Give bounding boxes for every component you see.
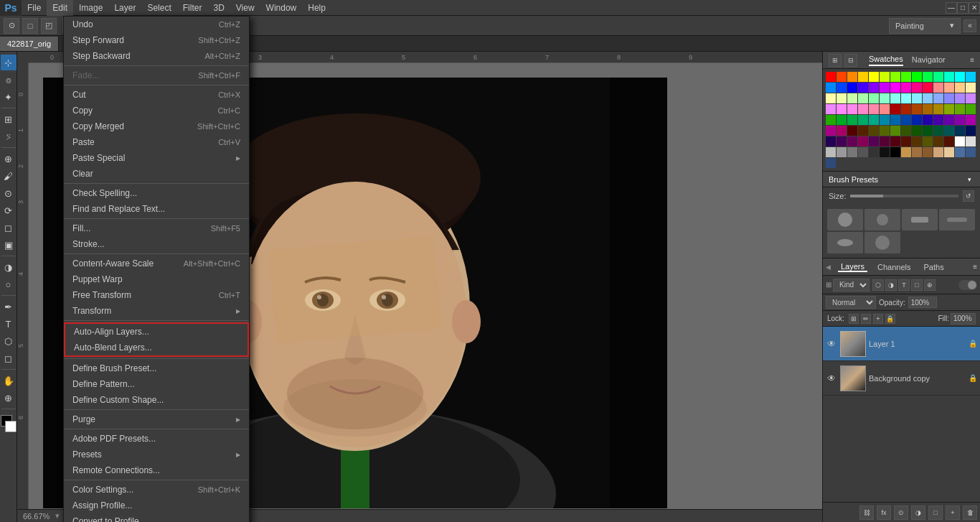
- swatch-color[interactable]: [966, 93, 976, 103]
- filter-shape-btn[interactable]: □: [911, 279, 923, 291]
- swatch-color[interactable]: [955, 93, 965, 103]
- swatch-color[interactable]: [869, 93, 879, 103]
- swatch-color[interactable]: [923, 126, 933, 136]
- swatch-color[interactable]: [966, 147, 976, 157]
- menu-transform[interactable]: Transform ▶: [64, 303, 249, 319]
- swatch-color[interactable]: [955, 104, 965, 114]
- swatch-color[interactable]: [944, 126, 954, 136]
- swatch-color[interactable]: [858, 147, 868, 157]
- swatch-color[interactable]: [944, 83, 954, 93]
- swatch-color[interactable]: [837, 72, 847, 82]
- swatch-color[interactable]: [880, 147, 890, 157]
- swatch-color[interactable]: [923, 136, 933, 146]
- swatch-color[interactable]: [847, 126, 857, 136]
- swatch-color[interactable]: [847, 104, 857, 114]
- swatch-color[interactable]: [826, 126, 836, 136]
- swatch-color[interactable]: [890, 72, 900, 82]
- menu-auto-blend[interactable]: Auto-Blend Layers...: [65, 340, 248, 355]
- background-color[interactable]: [5, 421, 17, 432]
- swatch-color[interactable]: [890, 136, 900, 146]
- lock-position-btn[interactable]: +: [873, 314, 883, 324]
- swatch-color[interactable]: [847, 115, 857, 125]
- swatch-color[interactable]: [826, 72, 836, 82]
- swatch-color[interactable]: [826, 147, 836, 157]
- tool-options-1[interactable]: ⊙: [4, 18, 19, 34]
- tool-shape[interactable]: ◻: [1, 350, 17, 366]
- swatch-color[interactable]: [858, 126, 868, 136]
- swatch-color[interactable]: [966, 126, 976, 136]
- swatch-color[interactable]: [880, 83, 890, 93]
- swatch-color[interactable]: [826, 158, 836, 168]
- swatch-color[interactable]: [933, 115, 943, 125]
- menu-remote-connections[interactable]: Remote Connections...: [64, 462, 249, 478]
- tool-clone[interactable]: ⊙: [1, 185, 17, 201]
- tool-lasso[interactable]: ⌾: [1, 72, 17, 88]
- tool-eyedropper[interactable]: ⍩: [1, 129, 17, 144]
- swatch-color[interactable]: [890, 126, 900, 136]
- menu-presets[interactable]: Presets ▶: [64, 447, 249, 462]
- swatch-color[interactable]: [858, 115, 868, 125]
- layer-item-2[interactable]: 👁 Background copy 🔒: [823, 361, 980, 396]
- menu-pdf-presets[interactable]: Adobe PDF Presets...: [64, 431, 249, 447]
- menu-convert-profile[interactable]: Convert to Profile...: [64, 513, 249, 522]
- swatch-color[interactable]: [847, 147, 857, 157]
- tool-text[interactable]: T: [1, 316, 17, 332]
- swatch-color[interactable]: [847, 93, 857, 103]
- swatch-color[interactable]: [966, 83, 976, 93]
- swatch-color[interactable]: [890, 147, 900, 157]
- menu-layer[interactable]: Layer: [108, 0, 141, 16]
- swatch-color[interactable]: [933, 136, 943, 146]
- swatch-color[interactable]: [901, 104, 911, 114]
- tool-zoom[interactable]: ⊕: [1, 390, 17, 406]
- swatch-color[interactable]: [890, 115, 900, 125]
- swatch-color[interactable]: [923, 72, 933, 82]
- layer-group-btn[interactable]: □: [928, 505, 943, 520]
- swatch-color[interactable]: [955, 147, 965, 157]
- menu-window[interactable]: Window: [260, 0, 303, 16]
- paths-tab[interactable]: Paths: [921, 263, 947, 271]
- swatch-color[interactable]: [880, 136, 890, 146]
- swatches-menu-btn[interactable]: ≡: [970, 56, 974, 64]
- swatch-color[interactable]: [901, 136, 911, 146]
- layer-adjustment-btn[interactable]: ◑: [911, 505, 925, 520]
- tool-magic-wand[interactable]: ✦: [1, 89, 17, 105]
- menu-free-transform[interactable]: Free Transform Ctrl+T: [64, 287, 249, 303]
- swatch-color[interactable]: [837, 147, 847, 157]
- swatch-color[interactable]: [923, 147, 933, 157]
- layer-visibility-1[interactable]: 👁: [826, 338, 837, 350]
- swatch-color[interactable]: [955, 136, 965, 146]
- brush-preset-5[interactable]: [827, 232, 863, 253]
- swatch-color[interactable]: [901, 72, 911, 82]
- swatch-color[interactable]: [901, 83, 911, 93]
- layers-menu-btn[interactable]: ≡: [973, 263, 977, 271]
- swatch-color[interactable]: [826, 93, 836, 103]
- swatch-color[interactable]: [955, 126, 965, 136]
- menu-paste[interactable]: Paste Ctrl+V: [64, 134, 249, 150]
- swatch-color[interactable]: [912, 147, 922, 157]
- menu-puppet-warp[interactable]: Puppet Warp: [64, 271, 249, 287]
- swatch-color[interactable]: [847, 83, 857, 93]
- brush-preset-1[interactable]: [827, 209, 863, 230]
- layer-style-btn[interactable]: fx: [877, 505, 891, 520]
- brush-preset-6[interactable]: [864, 232, 900, 253]
- swatch-color[interactable]: [944, 72, 954, 82]
- swatch-color[interactable]: [901, 126, 911, 136]
- swatch-color[interactable]: [933, 126, 943, 136]
- channels-tab[interactable]: Channels: [875, 263, 913, 271]
- menu-stroke[interactable]: Stroke...: [64, 236, 249, 252]
- swatch-color[interactable]: [837, 104, 847, 114]
- swatch-color[interactable]: [966, 72, 976, 82]
- swatch-color[interactable]: [837, 126, 847, 136]
- swatch-color[interactable]: [966, 136, 976, 146]
- swatch-color[interactable]: [912, 83, 922, 93]
- layer-visibility-2[interactable]: 👁: [826, 373, 837, 384]
- brush-preset-2[interactable]: [864, 209, 900, 230]
- maximize-btn[interactable]: □: [957, 2, 969, 14]
- swatch-color[interactable]: [944, 93, 954, 103]
- lock-transparent-btn[interactable]: ⊞: [849, 314, 859, 324]
- menu-step-forward[interactable]: Step Forward Shift+Ctrl+Z: [64, 32, 249, 48]
- menu-clear[interactable]: Clear: [64, 166, 249, 182]
- tool-dodge[interactable]: ○: [1, 276, 17, 292]
- opacity-value[interactable]: 100%: [908, 297, 937, 308]
- swatch-color[interactable]: [933, 147, 943, 157]
